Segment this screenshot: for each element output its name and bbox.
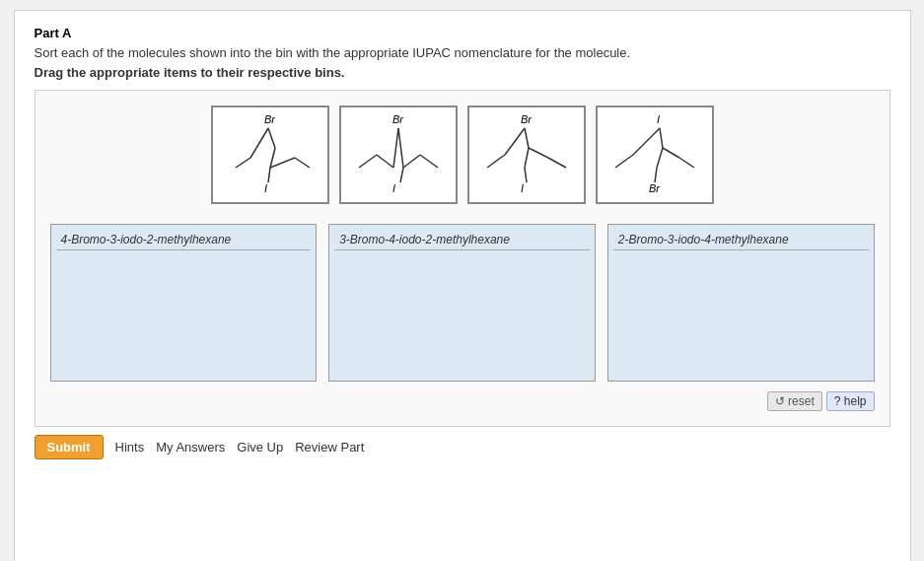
- svg-line-16: [403, 155, 420, 168]
- bin-1-label: 4-Bromo-3-iodo-2-methylhexane: [56, 230, 312, 250]
- svg-text:I: I: [264, 182, 267, 194]
- svg-text:I: I: [392, 182, 395, 194]
- svg-line-21: [505, 128, 525, 155]
- svg-line-12: [377, 155, 393, 168]
- svg-text:Br: Br: [264, 113, 276, 125]
- main-content: Br I: [35, 90, 890, 427]
- reset-button[interactable]: ↺ reset: [767, 391, 822, 411]
- svg-line-5: [270, 148, 275, 168]
- instruction-1: Sort each of the molecules shown into th…: [35, 45, 890, 60]
- svg-line-32: [657, 148, 663, 168]
- svg-line-14: [398, 128, 403, 168]
- svg-text:Br: Br: [649, 182, 661, 194]
- help-label: ? help: [834, 394, 867, 408]
- bin-2-label: 3-Bromo-4-iodo-2-methylhexane: [334, 230, 590, 250]
- molecule-card-4[interactable]: I Br: [596, 105, 714, 204]
- svg-line-23: [525, 148, 529, 168]
- bin-3-label: 2-Bromo-3-iodo-4-methylhexane: [613, 230, 869, 250]
- svg-line-22: [525, 128, 529, 148]
- svg-line-26: [548, 158, 566, 168]
- svg-line-15: [400, 168, 403, 182]
- part-label: Part A: [35, 26, 890, 40]
- submit-label: Submit: [47, 440, 91, 455]
- svg-line-7: [270, 158, 295, 168]
- molecule-svg-3: Br I: [477, 113, 576, 197]
- bin-2[interactable]: 3-Bromo-4-iodo-2-methylhexane: [328, 224, 596, 382]
- svg-line-24: [525, 168, 527, 182]
- svg-line-20: [487, 155, 505, 168]
- page-container: Part A Sort each of the molecules shown …: [14, 10, 911, 561]
- my-answers-link[interactable]: My Answers: [156, 440, 225, 455]
- svg-text:Br: Br: [392, 113, 404, 125]
- review-part-link[interactable]: Review Part: [295, 440, 364, 455]
- hints-link[interactable]: Hints: [115, 440, 145, 455]
- give-up-link[interactable]: Give Up: [237, 440, 283, 455]
- svg-line-6: [268, 168, 270, 182]
- molecule-card-1[interactable]: Br I: [211, 105, 329, 204]
- instruction-2: Drag the appropriate items to their resp…: [35, 65, 890, 80]
- molecule-svg-2: Br I: [349, 113, 448, 197]
- molecules-row: Br I: [50, 105, 875, 204]
- svg-line-8: [295, 158, 310, 168]
- help-button[interactable]: ? help: [826, 391, 875, 411]
- molecule-svg-1: Br I: [221, 113, 320, 197]
- footer-bar: Submit Hints My Answers Give Up Review P…: [35, 427, 890, 459]
- svg-line-2: [236, 158, 250, 168]
- bin-1[interactable]: 4-Bromo-3-iodo-2-methylhexane: [50, 224, 318, 382]
- svg-text:Br: Br: [521, 113, 533, 125]
- submit-button[interactable]: Submit: [35, 435, 104, 459]
- reset-icon: ↺: [775, 394, 785, 408]
- svg-text:I: I: [521, 182, 524, 194]
- svg-line-33: [655, 168, 657, 182]
- svg-line-4: [268, 128, 275, 148]
- svg-line-13: [393, 128, 398, 168]
- svg-text:I: I: [657, 113, 660, 125]
- svg-line-25: [529, 148, 548, 158]
- bins-row: 4-Bromo-3-iodo-2-methylhexane 3-Bromo-4-…: [50, 224, 875, 382]
- svg-line-34: [663, 148, 679, 158]
- reset-label: reset: [788, 394, 815, 408]
- svg-line-35: [679, 158, 694, 168]
- molecule-card-2[interactable]: Br I: [339, 105, 458, 204]
- svg-line-31: [660, 128, 663, 148]
- molecule-card-3[interactable]: Br I: [467, 105, 586, 204]
- bin-3[interactable]: 2-Bromo-3-iodo-4-methylhexane: [607, 224, 875, 382]
- svg-line-29: [615, 155, 633, 168]
- molecule-svg-4: I Br: [605, 113, 704, 197]
- svg-line-11: [359, 155, 377, 168]
- svg-line-3: [250, 128, 268, 158]
- svg-line-30: [633, 128, 660, 155]
- svg-line-17: [420, 155, 438, 168]
